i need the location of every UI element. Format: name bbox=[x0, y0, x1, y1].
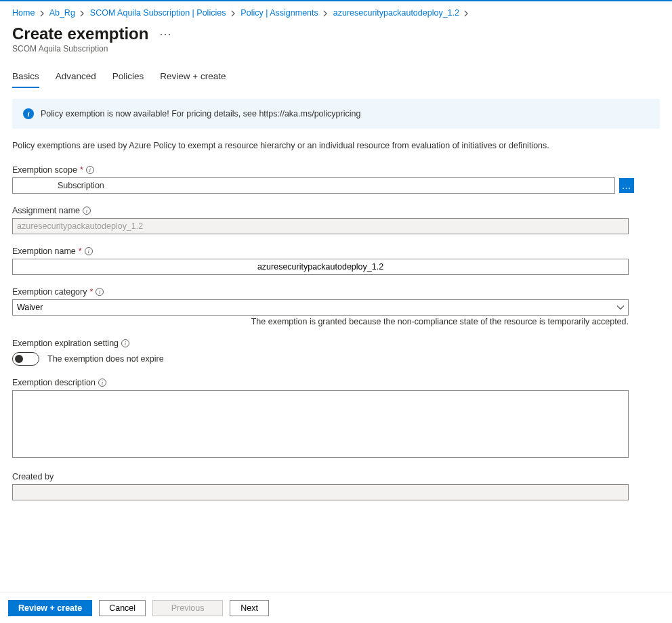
footer-action-bar: Review + create Cancel Previous Next bbox=[0, 593, 672, 623]
info-icon[interactable]: i bbox=[98, 379, 106, 387]
cancel-button[interactable]: Cancel bbox=[99, 600, 146, 616]
previous-button: Previous bbox=[152, 600, 223, 616]
more-actions-button[interactable]: ··· bbox=[159, 28, 171, 40]
breadcrumb-policy-assignments[interactable]: Policy | Assignments bbox=[240, 8, 318, 18]
info-icon[interactable]: i bbox=[85, 247, 93, 255]
expiration-toggle-text: The exemption does not expire bbox=[47, 354, 164, 364]
breadcrumb-subscription-policies[interactable]: SCOM Aquila Subscription | Policies bbox=[90, 8, 226, 18]
scope-picker-button[interactable]: … bbox=[619, 178, 634, 193]
info-message-bar: i Policy exemption is now available! For… bbox=[12, 99, 660, 129]
tab-basics[interactable]: Basics bbox=[12, 66, 39, 88]
tab-advanced[interactable]: Advanced bbox=[56, 66, 96, 88]
info-icon[interactable]: i bbox=[121, 339, 129, 347]
breadcrumb-resource-group[interactable]: Ab_Rg bbox=[49, 8, 75, 18]
exemption-name-input[interactable] bbox=[12, 259, 629, 275]
assignment-name-label: Assignment name bbox=[12, 206, 80, 215]
description-textarea[interactable] bbox=[12, 390, 629, 458]
chevron-right-icon bbox=[80, 8, 85, 18]
info-icon: i bbox=[23, 108, 34, 119]
page-subtitle: SCOM Aquila Subscription bbox=[0, 43, 672, 66]
info-message-text: Policy exemption is now available! For p… bbox=[41, 109, 360, 119]
required-asterisk: * bbox=[79, 246, 82, 256]
toggle-knob bbox=[15, 355, 23, 363]
tab-review-create[interactable]: Review + create bbox=[160, 66, 226, 88]
chevron-right-icon bbox=[323, 8, 328, 18]
scope-value: Subscription bbox=[58, 181, 104, 190]
exemption-category-helper: The exemption is granted because the non… bbox=[12, 317, 629, 326]
created-by-label: Created by bbox=[12, 472, 54, 481]
chevron-right-icon bbox=[464, 8, 469, 18]
required-asterisk: * bbox=[89, 287, 93, 297]
assignment-name-input bbox=[12, 218, 629, 234]
created-by-input bbox=[12, 484, 629, 500]
info-icon[interactable]: i bbox=[83, 207, 91, 215]
exemption-category-select[interactable]: Waiver bbox=[12, 299, 629, 316]
scope-input[interactable]: Subscription bbox=[12, 177, 615, 194]
tab-policies[interactable]: Policies bbox=[112, 66, 144, 88]
chevron-right-icon bbox=[40, 8, 45, 18]
review-create-button[interactable]: Review + create bbox=[8, 600, 92, 616]
intro-text: Policy exemptions are used by Azure Poli… bbox=[12, 141, 660, 150]
expiration-toggle[interactable] bbox=[12, 352, 39, 366]
exemption-name-label: Exemption name bbox=[12, 246, 76, 256]
ellipsis-icon: … bbox=[622, 180, 632, 191]
tab-bar: Basics Advanced Policies Review + create bbox=[0, 66, 672, 88]
breadcrumb-home[interactable]: Home bbox=[12, 8, 35, 18]
required-asterisk: * bbox=[80, 165, 83, 175]
expiration-label: Exemption expiration setting bbox=[12, 339, 119, 348]
chevron-right-icon bbox=[231, 8, 236, 18]
info-icon[interactable]: i bbox=[86, 166, 94, 174]
page-title: Create exemption bbox=[12, 24, 148, 43]
description-label: Exemption description bbox=[12, 378, 96, 387]
scope-label: Exemption scope bbox=[12, 165, 77, 175]
breadcrumb-assignment[interactable]: azuresecuritypackautodeploy_1.2 bbox=[333, 8, 459, 18]
breadcrumb-bar: Home Ab_Rg SCOM Aquila Subscription | Po… bbox=[0, 1, 672, 22]
info-icon[interactable]: i bbox=[96, 288, 104, 296]
next-button[interactable]: Next bbox=[230, 600, 269, 616]
exemption-category-label: Exemption category bbox=[12, 287, 87, 297]
